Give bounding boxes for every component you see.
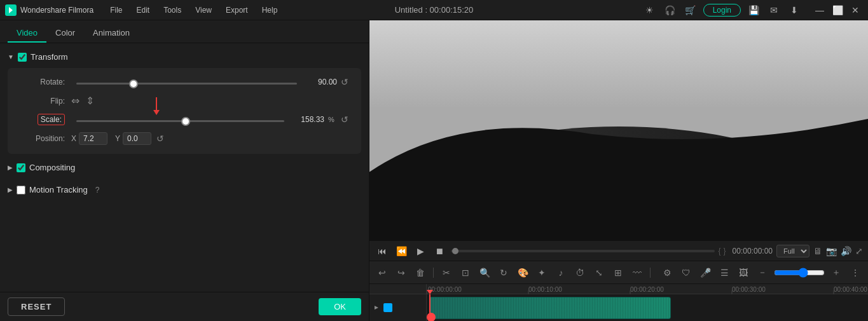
- time-brackets: { }: [719, 247, 726, 256]
- position-reset-icon[interactable]: ↺: [156, 133, 164, 144]
- flip-vertical-icon[interactable]: ⇕: [86, 95, 94, 107]
- menu-tools[interactable]: Tools: [157, 3, 188, 17]
- rotate-button[interactable]: ↻: [496, 265, 511, 280]
- screen-icon[interactable]: 🖥: [813, 246, 822, 256]
- crop-button[interactable]: ⊡: [458, 265, 473, 280]
- play-button[interactable]: ▶: [413, 243, 428, 259]
- quality-select[interactable]: Full: [776, 245, 809, 257]
- compositing-arrow: ▶: [8, 164, 13, 171]
- camera-icon[interactable]: 📷: [826, 246, 837, 256]
- tab-animation[interactable]: Animation: [84, 24, 139, 43]
- step-back-button[interactable]: ⏪: [394, 243, 409, 259]
- divider2: [650, 268, 651, 278]
- transform-box: Rotate: 90.00 ↺ Flip: ⇔ ⇕: [8, 68, 361, 154]
- fullscreen-icon[interactable]: ⤢: [855, 246, 863, 256]
- scale-slider[interactable]: [76, 120, 284, 122]
- progress-handle[interactable]: [452, 248, 458, 254]
- more-icon[interactable]: ⋮: [848, 265, 863, 280]
- list-icon[interactable]: ☰: [717, 265, 732, 280]
- cart-icon[interactable]: 🛒: [683, 3, 698, 18]
- audio-button[interactable]: ♪: [553, 265, 568, 280]
- compositing-checkbox[interactable]: [17, 163, 25, 172]
- window-title: Untitled : 00:00:15:20: [395, 5, 474, 15]
- waveform-button[interactable]: 〰: [630, 265, 645, 280]
- timeline-marks: 00:00:00:00 00:00:10:00 00:00:20:00 00:0…: [427, 284, 868, 294]
- shield-icon[interactable]: 🛡: [679, 265, 694, 280]
- menu-file[interactable]: File: [104, 3, 128, 17]
- trash-button[interactable]: 🗑: [413, 265, 428, 280]
- ruler-svg: 00:00:00:00 00:00:10:00 00:00:20:00 00:0…: [427, 284, 868, 294]
- pos-x-input[interactable]: 7.2: [79, 132, 107, 145]
- close-button[interactable]: ✕: [848, 3, 863, 18]
- scale-reset-icon[interactable]: ↺: [341, 114, 348, 125]
- redo-button[interactable]: ↪: [394, 265, 409, 280]
- reset-button[interactable]: RESET: [8, 297, 65, 316]
- undo-button[interactable]: ↩: [375, 265, 390, 280]
- bracket-right: }: [724, 247, 726, 256]
- motion-tracking-help-icon[interactable]: ?: [95, 186, 100, 195]
- minus-icon[interactable]: －: [755, 265, 770, 280]
- compositing-header[interactable]: ▶ Compositing: [8, 159, 361, 176]
- transform-header[interactable]: ▼ Transform: [8, 48, 361, 65]
- mail-icon[interactable]: ✉: [766, 3, 782, 18]
- menu-help[interactable]: Help: [256, 3, 284, 17]
- login-button[interactable]: Login: [703, 4, 741, 17]
- track-expand-icon[interactable]: [372, 303, 381, 312]
- motion-tracking-header[interactable]: ▶ Motion Tracking ?: [8, 181, 361, 198]
- svg-marker-3: [375, 306, 378, 310]
- skip-back-button[interactable]: ⏮: [375, 243, 390, 259]
- sun-icon[interactable]: ☀: [642, 3, 658, 18]
- svg-text:00:00:30:00: 00:00:30:00: [732, 286, 766, 293]
- zoom-out-button[interactable]: 🔍: [477, 265, 492, 280]
- menu-edit[interactable]: Edit: [130, 3, 156, 17]
- flip-horizontal-icon[interactable]: ⇔: [71, 95, 79, 107]
- position-label: Position:: [20, 134, 65, 143]
- transform-checkbox[interactable]: [18, 53, 27, 62]
- menu-view[interactable]: View: [189, 3, 218, 17]
- tab-video[interactable]: Video: [8, 24, 46, 43]
- position-row: Position: X 7.2 Y 0.0 ↺: [20, 132, 348, 145]
- mic-icon[interactable]: 🎤: [698, 265, 713, 280]
- plus-icon[interactable]: ＋: [829, 265, 844, 280]
- transform-arrow: ▼: [8, 53, 14, 60]
- download-icon[interactable]: ⬇: [787, 3, 802, 18]
- settings-icon[interactable]: ⚙: [659, 265, 675, 280]
- divider1: [433, 268, 434, 278]
- compositing-title: Compositing: [29, 163, 75, 172]
- timecode: 00:00:00:00: [733, 247, 773, 256]
- zoom-slider[interactable]: [774, 268, 825, 278]
- svg-text:00:00:20:00: 00:00:20:00: [630, 286, 664, 293]
- rotate-slider[interactable]: [76, 83, 297, 85]
- cut-button[interactable]: ✂: [439, 265, 454, 280]
- playhead-marker: [427, 290, 433, 294]
- maximize-button[interactable]: ⬜: [830, 3, 845, 18]
- menu-export[interactable]: Export: [219, 3, 254, 17]
- timeline-track: [427, 294, 868, 321]
- resize-button[interactable]: ⤡: [591, 265, 607, 280]
- color-button[interactable]: 🎨: [515, 265, 530, 280]
- merge-button[interactable]: ⊞: [610, 265, 626, 280]
- motion-tracking-checkbox[interactable]: [17, 186, 25, 195]
- timeline-clip[interactable]: [429, 297, 671, 319]
- flip-label: Flip:: [20, 97, 65, 106]
- motion-tracking-section: ▶ Motion Tracking ?: [8, 181, 361, 198]
- tab-color[interactable]: Color: [46, 24, 84, 43]
- headphone-icon[interactable]: 🎧: [663, 3, 678, 18]
- minimize-button[interactable]: —: [812, 3, 827, 18]
- scale-slider-container: [76, 115, 284, 124]
- volume-icon[interactable]: 🔊: [841, 246, 851, 256]
- stop-button[interactable]: ⏹: [432, 243, 447, 259]
- speed-button[interactable]: ⏱: [572, 265, 588, 280]
- video-placeholder: [369, 20, 868, 240]
- pos-y-input[interactable]: 0.0: [123, 132, 151, 145]
- ok-button[interactable]: OK: [319, 298, 361, 315]
- effect-button[interactable]: ✦: [534, 265, 549, 280]
- rotate-value: 90.00: [302, 78, 337, 86]
- rotate-reset-icon[interactable]: ↺: [341, 77, 348, 87]
- timeline-ruler: 00:00:00:00 00:00:10:00 00:00:20:00 00:0…: [427, 284, 868, 294]
- motion-tracking-title: Motion Tracking: [29, 185, 88, 195]
- save-icon[interactable]: 💾: [746, 3, 761, 18]
- timeline-content: 00:00:00:00 00:00:10:00 00:00:20:00 00:0…: [369, 284, 868, 321]
- image-icon[interactable]: 🖼: [736, 265, 751, 280]
- progress-bar[interactable]: [451, 250, 715, 252]
